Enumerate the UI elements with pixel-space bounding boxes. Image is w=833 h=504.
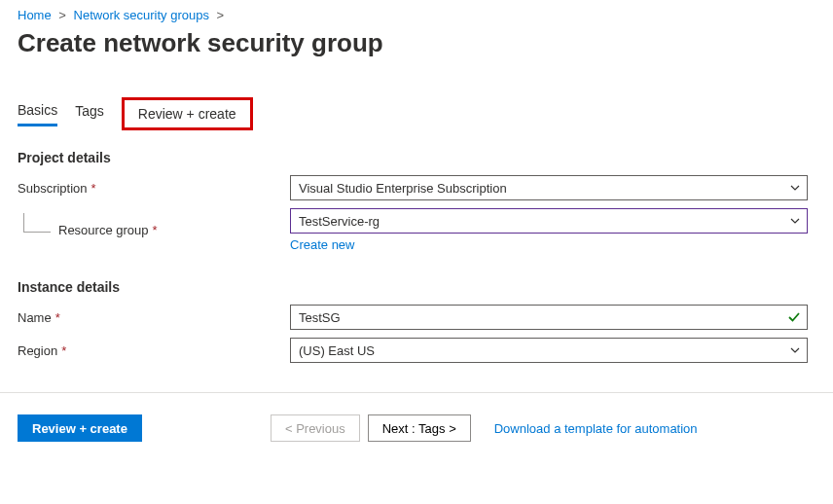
chevron-down-icon	[789, 344, 801, 356]
check-icon	[787, 310, 801, 324]
name-input[interactable]: TestSG	[290, 305, 808, 330]
footer-separator	[0, 392, 833, 393]
chevron-down-icon	[789, 215, 801, 227]
breadcrumb: Home > Network security groups >	[18, 8, 815, 22]
region-select[interactable]: (US) East US	[290, 338, 808, 363]
next-button[interactable]: Next : Tags >	[368, 414, 471, 442]
required-indicator: *	[55, 310, 60, 325]
resource-group-value: TestService-rg	[299, 214, 380, 229]
breadcrumb-nsg[interactable]: Network security groups	[74, 8, 209, 22]
breadcrumb-home[interactable]: Home	[18, 8, 52, 22]
required-indicator: *	[153, 223, 158, 237]
section-project-details: Project details	[18, 150, 815, 165]
create-new-link[interactable]: Create new	[290, 237, 354, 252]
section-instance-details: Instance details	[18, 279, 815, 295]
label-name: Name	[18, 310, 52, 325]
page-title: Create network security group	[18, 28, 815, 58]
subscription-value: Visual Studio Enterprise Subscription	[299, 181, 507, 196]
tab-review-create[interactable]: Review + create	[122, 97, 253, 130]
download-template-link[interactable]: Download a template for automation	[494, 421, 698, 436]
previous-button: < Previous	[271, 414, 360, 442]
label-subscription: Subscription	[18, 181, 88, 196]
subscription-select[interactable]: Visual Studio Enterprise Subscription	[290, 175, 808, 200]
name-value: TestSG	[299, 310, 341, 325]
chevron-right-icon: >	[217, 8, 225, 22]
region-value: (US) East US	[299, 343, 375, 358]
tabs: Basics Tags Review + create	[18, 97, 815, 130]
review-create-button[interactable]: Review + create	[18, 414, 142, 442]
chevron-down-icon	[789, 182, 801, 194]
tab-tags[interactable]: Tags	[75, 103, 104, 125]
label-region: Region	[18, 343, 57, 358]
resource-group-select[interactable]: TestService-rg	[290, 208, 808, 234]
tree-connector	[23, 213, 51, 233]
required-indicator: *	[91, 181, 96, 196]
chevron-right-icon: >	[58, 8, 66, 22]
label-resource-group: Resource group	[58, 223, 149, 237]
required-indicator: *	[61, 343, 66, 358]
footer-bar: Review + create < Previous Next : Tags >…	[18, 414, 815, 442]
tab-basics[interactable]: Basics	[18, 102, 57, 126]
